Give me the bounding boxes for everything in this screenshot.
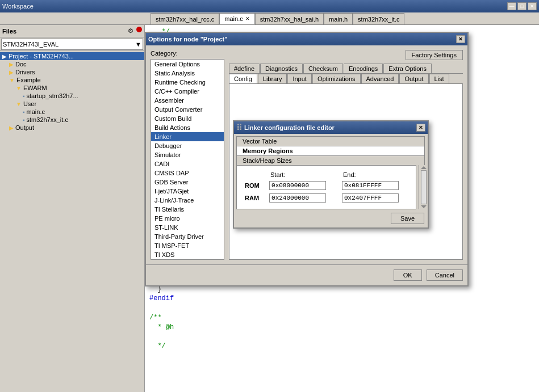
linker-body: Start: End: ROM <box>236 165 416 209</box>
factory-settings-row: Factory Settings <box>229 50 463 60</box>
sub-tab-optimizations[interactable]: Optimizations <box>312 74 361 83</box>
category-item-st-link[interactable]: ST-LINK <box>151 223 224 232</box>
tree-item-drivers[interactable]: ▶ Drivers <box>0 68 144 76</box>
folder-icon: ▶ <box>9 125 14 131</box>
tree-item-main-c[interactable]: ▪ main.c <box>0 108 144 116</box>
category-item-third-party-driver[interactable]: Third-Party Driver <box>151 232 224 241</box>
rom-start-cell <box>266 179 339 192</box>
category-item-cmsis-dap[interactable]: CMSIS DAP <box>151 168 224 178</box>
workspace-titlebar: Workspace — □ ✕ <box>0 0 539 12</box>
category-item-general-options[interactable]: General Options <box>151 60 224 69</box>
category-item-i-jet/jtagjet[interactable]: I-jet/JTAGjet <box>151 187 224 196</box>
tree-item-output[interactable]: ▶ Output <box>0 124 144 132</box>
tree-item-ewarm[interactable]: ▼ EWARM <box>0 84 144 92</box>
sub-tab-list[interactable]: List <box>429 74 449 83</box>
category-item-custom-build[interactable]: Custom Build <box>151 114 224 123</box>
save-button[interactable]: Save <box>391 213 424 224</box>
minimize-button[interactable]: — <box>507 2 516 10</box>
ram-end-input[interactable] <box>342 193 399 203</box>
sub-tab-advanced[interactable]: Advanced <box>361 74 399 83</box>
mem-row-ram: RAM <box>241 192 411 204</box>
linker-tab-vector-table[interactable]: Vector Table <box>236 136 425 146</box>
tree-item-example[interactable]: ▼ Example <box>0 76 144 84</box>
mem-col-start: Start: <box>266 170 339 179</box>
code-editor[interactable]: */ static void CPU_CACHE_Enable(void) { … <box>145 25 539 392</box>
category-list: General OptionsStatic AnalysisRuntime Ch… <box>151 59 224 260</box>
tab-main-c-close[interactable]: ✕ <box>245 16 250 22</box>
tree-example-label: Example <box>16 77 41 83</box>
linker-tab-memory-regions[interactable]: Memory Regions <box>236 146 425 155</box>
category-item-debugger[interactable]: Debugger <box>151 141 224 150</box>
sub-tab-checksum[interactable]: Checksum <box>303 64 343 73</box>
sub-tab-output[interactable]: Output <box>399 74 428 83</box>
category-item-ti-stellaris[interactable]: TI Stellaris <box>151 205 224 214</box>
category-item-gdb-server[interactable]: GDB Server <box>151 178 224 187</box>
category-item-j-link/j-trace[interactable]: J-Link/J-Trace <box>151 196 224 205</box>
category-section: Category: General OptionsStatic Analysis… <box>151 50 224 260</box>
tab-sai-label: stm32h7xx_hal_sai.h <box>260 16 319 23</box>
mem-col-end: End: <box>339 170 411 179</box>
file-tree: ▶ Project - STM32H743... ▶ Doc ▶ Drivers… <box>0 51 144 392</box>
sidebar-settings-icon[interactable]: ⚙ <box>126 27 135 36</box>
linker-scrollbar[interactable] <box>419 165 428 209</box>
file-icon: ▪ <box>23 117 25 123</box>
tree-doc-label: Doc <box>15 61 27 68</box>
sub-tab-library[interactable]: Library <box>258 74 287 83</box>
category-item-assembler[interactable]: Assembler <box>151 96 224 105</box>
linker-tab-stack/heap-sizes[interactable]: Stack/Heap Sizes <box>236 155 425 165</box>
tree-item-user[interactable]: ▼ User <box>0 100 144 108</box>
linker-config-title-group: ⠿ Linker configuration file editor <box>236 123 335 132</box>
category-item-c/c++-compiler[interactable]: C/C++ Compiler <box>151 87 224 96</box>
options-dialog-close[interactable]: ✕ <box>456 35 465 43</box>
cancel-button[interactable]: Cancel <box>427 269 463 281</box>
project-dropdown[interactable]: STM32H743I_EVAL ▼ <box>1 39 143 50</box>
rom-start-input[interactable] <box>269 181 326 190</box>
tab-main-h[interactable]: main.h <box>324 13 353 24</box>
tab-it-c[interactable]: stm32h7xx_it.c <box>353 13 404 24</box>
category-item-cadi[interactable]: CADI <box>151 159 224 168</box>
maximize-button[interactable]: □ <box>517 2 527 10</box>
category-item-output-converter[interactable]: Output Converter <box>151 105 224 114</box>
close-button[interactable]: ✕ <box>528 2 537 10</box>
category-item-linker[interactable]: Linker <box>151 132 224 141</box>
sub-tab-input[interactable]: Input <box>287 74 311 83</box>
sub-tab-config[interactable]: Config <box>229 74 257 83</box>
tree-ewarm-label: EWARM <box>23 85 47 91</box>
sub-tab-encodings[interactable]: Encodings <box>344 64 383 73</box>
sub-tab-diagnostics[interactable]: Diagnostics <box>260 64 303 73</box>
category-item-ti-msp-fet[interactable]: TI MSP-FET <box>151 241 224 250</box>
linker-config-close[interactable]: ✕ <box>416 124 425 132</box>
tree-drivers-label: Drivers <box>15 69 35 75</box>
file-icon: ▪ <box>23 93 25 99</box>
tab-bar: stm32h7xx_hal_rcc.c main.c ✕ stm32h7xx_h… <box>0 12 539 25</box>
tree-item-it-c[interactable]: ▪ stm32h7xx_it.c <box>0 116 144 124</box>
drag-handle: ⠿ <box>236 123 242 132</box>
category-item-pe-micro[interactable]: PE micro <box>151 214 224 223</box>
tree-item-startup[interactable]: ▪ startup_stm32h7... <box>0 92 144 100</box>
category-label: Category: <box>151 50 224 57</box>
tab-main-h-label: main.h <box>329 16 348 23</box>
ram-start-input[interactable] <box>269 193 326 203</box>
category-item-ti-xds[interactable]: TI XDS <box>151 250 224 259</box>
factory-settings-button[interactable]: Factory Settings <box>406 50 463 60</box>
tab-main-c[interactable]: main.c ✕ <box>219 13 254 24</box>
tab-rcc[interactable]: stm32h7xx_hal_rcc.c <box>151 13 219 24</box>
linker-inner-tabs-bar: Vector TableMemory RegionsStack/Heap Siz… <box>234 134 428 165</box>
category-item-simulator[interactable]: Simulator <box>151 150 224 159</box>
tree-project-label: Project - STM32H743... <box>9 53 74 60</box>
app-window: Workspace — □ ✕ stm32h7xx_hal_rcc.c main… <box>0 0 539 392</box>
sidebar-icons: ⚙ <box>126 27 142 36</box>
sub-tab-extra-options[interactable]: Extra Options <box>383 64 432 73</box>
category-item-build-actions[interactable]: Build Actions <box>151 123 224 132</box>
folder-icon: ▼ <box>9 77 15 83</box>
tree-item-project[interactable]: ▶ Project - STM32H743... <box>0 52 144 60</box>
category-item-runtime-checking[interactable]: Runtime Checking <box>151 78 224 87</box>
files-title: Files <box>2 28 126 35</box>
tree-item-doc[interactable]: ▶ Doc <box>0 60 144 68</box>
rom-end-input[interactable] <box>342 181 399 190</box>
sub-tab--define[interactable]: #define <box>229 64 260 73</box>
ok-button[interactable]: OK <box>394 269 422 281</box>
category-item-static-analysis[interactable]: Static Analysis <box>151 69 224 78</box>
linker-config-titlebar: ⠿ Linker configuration file editor ✕ <box>234 121 428 134</box>
tab-sai[interactable]: stm32h7xx_hal_sai.h <box>255 13 324 24</box>
